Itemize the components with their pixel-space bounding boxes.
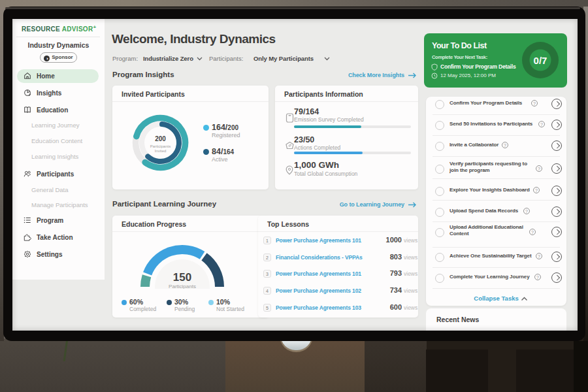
svg-text:0/7: 0/7 xyxy=(534,55,547,66)
svg-text:Participants: Participants xyxy=(150,144,171,148)
svg-text:200: 200 xyxy=(155,135,166,142)
svg-text:Participants: Participants xyxy=(169,284,196,289)
svg-text:Invited: Invited xyxy=(155,149,167,153)
svg-text:150: 150 xyxy=(173,271,191,284)
